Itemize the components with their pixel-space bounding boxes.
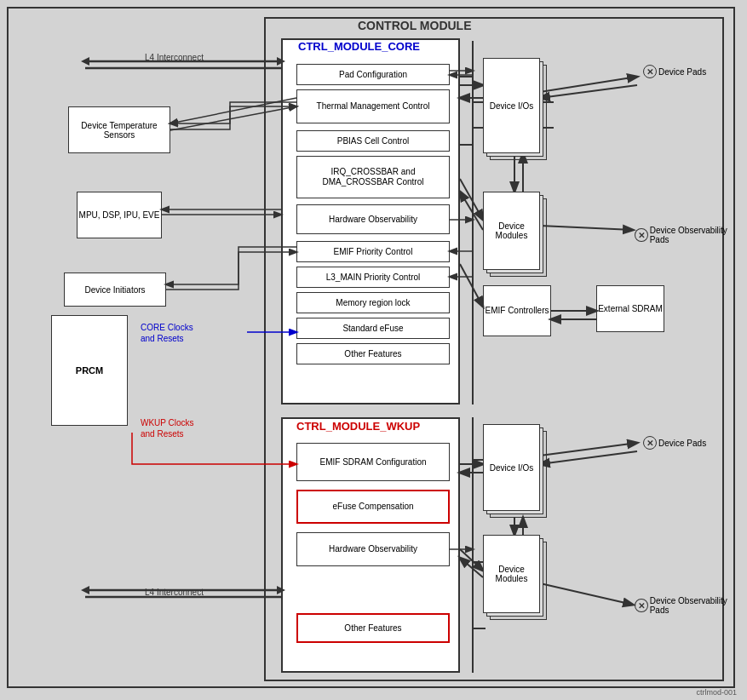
device-pads-top: ✕Device Pads [643,65,706,78]
std-efuse-box: Standard eFuse [296,318,450,339]
irq-crossbar-box: IRQ_CROSSBAR and DMA_CROSSBAR Control [296,156,450,198]
l4-label-top: L4 Interconnect [145,53,204,62]
wkup-clocks-label: WKUP Clocksand Resets [141,417,194,439]
x-icon-2: ✕ [635,228,648,242]
emif-sdram-box: EMIF SDRAM Configuration [296,443,450,481]
thermal-mgmt-box: Thermal Management Control [296,89,450,123]
device-temp-box: Device Temperature Sensors [68,106,170,153]
pad-config-box: Pad Configuration [296,64,450,85]
diagram-id: ctrlmod-001 [696,688,737,697]
device-obs-pads: ✕Device Observability Pads [635,226,747,244]
device-ios-bottom-wrapper: Device I/Os [483,424,547,518]
device-obs-pads-bottom: ✕Device Observability Pads [635,596,747,615]
efuse-comp-box: eFuse Compensation [296,490,450,524]
ctrl-core-title: CTRL_MODULE_CORE [298,40,420,53]
core-clocks-label: CORE Clocksand Resets [141,322,193,344]
device-modules-bottom-label: Device Modules [484,565,539,583]
device-pads-bottom: ✕Device Pads [643,436,706,450]
emif-priority-box: EMIF Priority Control [296,241,450,262]
x-icon-3: ✕ [643,436,657,450]
device-ios-top-wrapper: Device I/Os [483,58,547,160]
hw-obs-core-box: Hardware Observability [296,204,450,234]
device-modules-top-wrapper: Device Modules [483,192,547,277]
device-ios-bottom-label: Device I/Os [490,463,534,473]
x-icon-4: ✕ [635,599,648,612]
l3-priority-box: L3_MAIN Priority Control [296,267,450,288]
pbias-box: PBIAS Cell Control [296,130,450,152]
device-modules-bottom-wrapper: Device Modules [483,535,547,620]
ctrl-wkup-title: CTRL_MODULE_WKUP [296,420,420,433]
device-modules-top-label: Device Modules [484,221,539,240]
x-icon-1: ✕ [643,65,657,78]
emif-ctrl-box: EMIF Controllers [483,285,551,336]
mem-region-box: Memory region lock [296,292,450,313]
l4-label-bottom: L4 Interconnect [145,588,204,597]
ext-sdram-box: External SDRAM [596,285,664,332]
hw-obs-wkup-box: Hardware Observability [296,532,450,566]
mpu-dsp-box: MPU, DSP, IPU, EVE [77,192,162,238]
device-ios-top-label: Device I/Os [490,101,534,111]
other-features-core-box: Other Features [296,343,450,364]
other-features-wkup-box: Other Features [296,613,450,643]
prcm-box: PRCM [51,315,128,426]
diagram-container: Device CONTROL MODULE CTRL_MODULE_CORE P… [0,0,747,700]
device-init-box: Device Initiators [64,273,166,307]
